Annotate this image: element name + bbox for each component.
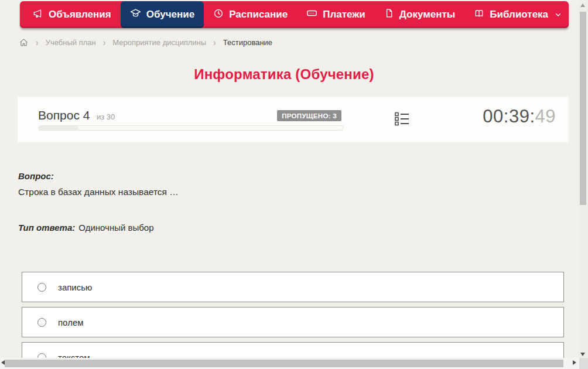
graduation-cap-icon	[130, 8, 141, 22]
countdown-timer: 00:39:49	[483, 106, 556, 127]
nav-item-library[interactable]: Библиотека	[464, 1, 571, 28]
chevron-down-icon	[555, 11, 562, 18]
scrollbar-corner	[579, 358, 588, 369]
nav-item-learning[interactable]: Обучение	[121, 1, 204, 28]
question-number: Вопрос 4	[38, 108, 90, 122]
question-total: из 30	[97, 112, 115, 121]
breadcrumb-separator: ›	[36, 36, 39, 47]
breadcrumb: › Учебный план › Мероприятие дисциплины …	[19, 36, 272, 48]
radio-button[interactable]	[37, 283, 46, 292]
nav-item-announcements[interactable]: Объявления	[23, 1, 121, 28]
skipped-badge: ПРОПУЩЕНО: 3	[277, 110, 341, 121]
nav-item-label: Расписание	[229, 9, 288, 20]
book-icon	[474, 8, 484, 22]
document-icon	[384, 8, 394, 21]
vertical-scrollbar-thumb[interactable]	[580, 12, 586, 205]
nav-item-label: Объявления	[49, 9, 111, 20]
nav-item-schedule[interactable]: Расписание	[204, 1, 297, 28]
horizontal-scrollbar-thumb[interactable]	[5, 360, 563, 367]
page-title: Информатика (Обучение)	[0, 66, 568, 83]
option-label: полем	[58, 317, 84, 327]
home-icon[interactable]	[19, 37, 29, 47]
nav-item-payments[interactable]: Платежи	[297, 1, 375, 28]
answer-type-value: Одиночный выбор	[78, 223, 153, 233]
timer-seconds: 49	[535, 106, 556, 127]
nav-item-documents[interactable]: Документы	[375, 1, 465, 28]
scroll-up-arrow[interactable]	[580, 4, 585, 7]
vertical-scrollbar[interactable]	[578, 0, 588, 369]
breadcrumb-curriculum[interactable]: Учебный план	[46, 38, 96, 47]
nav-item-label: Документы	[399, 9, 456, 20]
breadcrumb-separator: ›	[213, 36, 216, 47]
progress-fill	[39, 126, 78, 130]
answer-option-2[interactable]: полем	[22, 307, 564, 337]
banknote-icon	[306, 8, 317, 22]
question-header-card: Вопрос 4 из 30 ПРОПУЩЕНО: 3 00:39:49	[18, 97, 569, 142]
answer-type-row: Тип ответа:Одиночный выбор	[18, 223, 545, 233]
question-text: Строка в базах данных называется …	[18, 187, 545, 197]
breadcrumb-discipline-event[interactable]: Мероприятие дисциплины	[112, 38, 206, 47]
timer-main: 00:39:	[483, 106, 535, 127]
horizontal-scrollbar[interactable]	[0, 358, 579, 369]
top-navigation: Объявления Обучение Расписание Платежи Д…	[20, 1, 569, 28]
breadcrumb-testing: Тестирование	[223, 38, 272, 47]
nav-item-label: Платежи	[323, 9, 365, 20]
question-progress-block: Вопрос 4 из 30 ПРОПУЩЕНО: 3	[38, 108, 343, 124]
nav-item-label: Библиотека	[490, 9, 548, 20]
answer-type-label: Тип ответа:	[18, 223, 75, 233]
option-label: записью	[58, 282, 92, 292]
radio-button[interactable]	[37, 318, 46, 327]
scroll-right-arrow[interactable]	[573, 360, 576, 365]
megaphone-icon	[33, 8, 43, 22]
scroll-down-arrow[interactable]	[580, 353, 585, 356]
breadcrumb-separator: ›	[103, 36, 106, 47]
answer-option-1[interactable]: записью	[22, 272, 564, 302]
nav-item-label: Обучение	[146, 9, 194, 20]
question-body: Вопрос: Строка в базах данных называется…	[18, 171, 545, 233]
question-list-icon[interactable]	[394, 111, 410, 129]
question-prompt-label: Вопрос:	[18, 171, 545, 181]
clock-icon	[213, 8, 224, 22]
question-progress-bar	[38, 125, 344, 131]
answer-options: записью полем текстом	[22, 272, 564, 369]
